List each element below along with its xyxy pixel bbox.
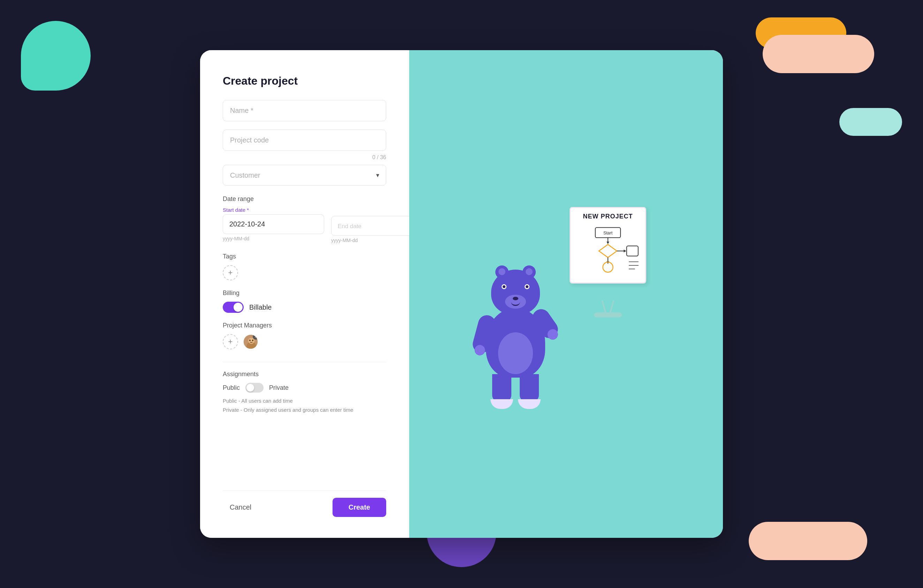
add-tag-button[interactable]: +: [223, 265, 238, 280]
assignments-description: Public - All users can add time Private …: [223, 397, 386, 414]
bear-snout: [505, 295, 526, 309]
start-date-label: Start date *: [223, 207, 324, 213]
manager-avatar: ✕: [243, 334, 258, 349]
assignments-toggle-row: Public Private: [223, 383, 386, 393]
bear-ear-left: [495, 265, 509, 278]
modal-title: Create project: [223, 75, 386, 87]
blob-teal-top-left: [21, 21, 90, 90]
svg-point-3: [248, 338, 254, 344]
svg-marker-9: [606, 242, 609, 244]
customer-select[interactable]: Customer: [223, 165, 386, 186]
start-date-wrapper: Start date * yyyy-MM-dd: [223, 207, 324, 243]
char-counter: 0 / 36: [372, 154, 386, 161]
public-label: Public: [223, 384, 240, 391]
assignments-label: Assignments: [223, 371, 386, 378]
public-desc: Public - All users can add time: [223, 397, 386, 405]
bear-arm-left: [471, 313, 498, 355]
bear-ear-right: [522, 265, 536, 278]
project-code-input[interactable]: [223, 129, 386, 151]
blob-orange-top-right: [756, 17, 846, 49]
whiteboard-diagram: Start: [575, 224, 641, 278]
project-code-group: 0 / 36: [223, 129, 386, 151]
private-desc: Private - Only assigned users and groups…: [223, 406, 386, 414]
billing-label: Billing: [223, 290, 386, 297]
whiteboard: NEW PROJECT Start: [570, 207, 646, 283]
bear-torso: [486, 308, 545, 378]
start-date-format: yyyy-MM-dd: [223, 236, 324, 241]
tags-label: Tags: [223, 253, 386, 260]
avatar-remove-button[interactable]: ✕: [253, 334, 258, 340]
date-range-label: Date range: [223, 195, 386, 203]
create-project-modal: Create project 0 / 36 Customer ▾ Date ra…: [200, 50, 723, 538]
plus-icon: +: [228, 337, 233, 346]
svg-point-16: [603, 262, 613, 272]
bear-hand-left: [473, 344, 486, 357]
toggle-thumb: [233, 303, 243, 312]
illustration-panel: NEW PROJECT Start: [409, 50, 723, 538]
divider: [223, 362, 386, 362]
billable-label: Billable: [249, 303, 271, 311]
bear-arm-right: [529, 306, 562, 341]
bear-pupil-left: [503, 285, 506, 288]
bear-belly: [498, 332, 533, 374]
cancel-button[interactable]: Cancel: [223, 498, 258, 516]
blob-teal-right: [839, 108, 902, 136]
bear-leg-left: [492, 374, 511, 402]
date-inputs-row: Start date * yyyy-MM-dd yyyy-MM-dd: [223, 207, 386, 243]
bear-body: [486, 308, 545, 378]
bear-leg-right: [520, 374, 539, 402]
bear-hand-right: [545, 327, 560, 342]
plus-icon: +: [228, 268, 233, 277]
bear-scene: NEW PROJECT Start: [479, 197, 653, 391]
form-panel: Create project 0 / 36 Customer ▾ Date ra…: [200, 50, 409, 538]
start-date-input[interactable]: [223, 214, 324, 234]
date-range-group: Date range Start date * yyyy-MM-dd yyyy-…: [223, 195, 386, 243]
bear-pupil-right: [526, 285, 529, 288]
whiteboard-title: NEW PROJECT: [583, 213, 632, 220]
bear-eye-left: [502, 284, 506, 289]
assignments-section: Assignments Public Private Public - All …: [223, 371, 386, 415]
managers-label: Project Managers: [223, 322, 386, 329]
create-button[interactable]: Create: [333, 498, 386, 517]
bear-foot-right: [518, 399, 540, 409]
billing-section: Billing Billable: [223, 290, 386, 313]
form-actions: Cancel Create: [223, 490, 386, 517]
customer-group: Customer ▾: [223, 165, 386, 186]
svg-marker-10: [599, 244, 617, 257]
bear-inner-ear-right: [526, 268, 533, 275]
bear-eye-right: [525, 284, 529, 289]
svg-rect-13: [627, 246, 638, 256]
add-manager-button[interactable]: +: [223, 334, 238, 349]
name-group: [223, 100, 386, 121]
svg-point-4: [249, 340, 251, 341]
managers-section: Project Managers + ✕: [223, 322, 386, 349]
name-input[interactable]: [223, 100, 386, 121]
svg-text:Start: Start: [603, 231, 613, 236]
bear-foot-left: [490, 399, 513, 409]
bear-inner-ear-left: [498, 268, 506, 275]
managers-row: + ✕: [223, 334, 386, 349]
tags-section: Tags +: [223, 253, 386, 280]
billable-toggle[interactable]: [223, 302, 244, 313]
blob-peach-top-right: [763, 35, 874, 73]
blob-peach-bottom-right: [749, 522, 867, 560]
billing-row: Billable: [223, 302, 386, 313]
bear-nose: [513, 297, 518, 300]
private-label: Private: [269, 384, 289, 391]
svg-point-5: [252, 340, 253, 341]
assignments-toggle[interactable]: [245, 383, 263, 393]
bear-head: [491, 270, 540, 315]
bear-smile: [511, 302, 520, 306]
svg-marker-12: [624, 249, 626, 252]
assignments-toggle-thumb: [246, 384, 254, 391]
